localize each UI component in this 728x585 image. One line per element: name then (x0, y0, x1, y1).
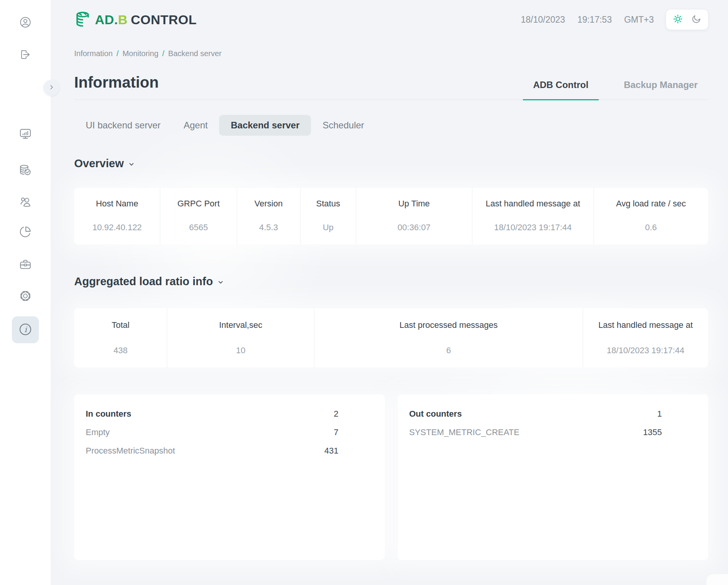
column-header: Host Name (96, 199, 138, 209)
overview-col-status: Status Up (301, 188, 356, 244)
sidebar-item-projects[interactable] (17, 256, 34, 273)
card-title: In counters (86, 405, 131, 423)
topbar: AD.BCONTROL 18/10/2023 19:17:53 GMT+3 (74, 0, 708, 30)
profile-button[interactable] (17, 14, 34, 31)
counter-value: 431 (324, 442, 339, 460)
aggregated-col-interval: Interval,sec 10 (167, 308, 314, 367)
overview-col-host-name: Host Name 10.92.40.122 (74, 188, 160, 244)
cell-value: 10.92.40.122 (92, 223, 141, 233)
column-header: Interval,sec (219, 320, 263, 330)
aggregated-col-last-handled: Last handled message at 18/10/2023 19:17… (583, 308, 708, 367)
users-icon (19, 195, 32, 208)
monitor-chart-icon (19, 127, 32, 140)
counter-value: 1355 (643, 423, 662, 442)
title-row: Information ADB Control Backup Manager (74, 73, 708, 100)
sidebar-item-monitoring[interactable] (17, 125, 34, 142)
app-logo-text: AD.BCONTROL (95, 12, 197, 27)
sidebar-item-users[interactable] (17, 193, 34, 210)
overview-col-last-handled: Last handled message at 18/10/2023 19:17… (472, 188, 594, 244)
breadcrumb-item-backend-server[interactable]: Backend server (168, 49, 222, 58)
overview-col-avg-load: Avg load rate / sec 0.6 (594, 188, 708, 244)
svg-text:i: i (24, 325, 27, 334)
current-time: 19:17:53 (577, 15, 612, 25)
current-date: 18/10/2023 (521, 15, 565, 25)
cell-value: 10 (236, 346, 245, 356)
column-header: Status (316, 199, 340, 209)
theme-switcher (666, 10, 708, 30)
overview-col-version: Version 4.5.3 (237, 188, 301, 244)
column-header: Version (254, 199, 283, 209)
breadcrumb-separator: / (116, 49, 119, 58)
counter-cards: In counters 2 Empty 7 ProcessMetricSnaps… (74, 394, 708, 560)
card-title: Out counters (409, 405, 462, 423)
in-counters-card: In counters 2 Empty 7 ProcessMetricSnaps… (74, 394, 385, 560)
sidebar-item-information[interactable]: i (12, 316, 39, 343)
aggregated-table: Total 438 Interval,sec 10 Last processed… (74, 308, 708, 367)
app-logo[interactable]: AD.BCONTROL (74, 11, 197, 28)
cell-value: 0.6 (645, 223, 657, 233)
cell-value: 438 (113, 346, 128, 356)
subtab-agent[interactable]: Agent (172, 115, 219, 136)
cell-value: 4.5.3 (259, 223, 278, 233)
chevron-right-icon (48, 84, 55, 92)
page-title: Information (74, 73, 159, 91)
cell-value: 18/10/2023 19:17:44 (607, 346, 685, 356)
sub-tabs: UI backend server Agent Backend server S… (74, 115, 708, 136)
user-icon (19, 16, 32, 28)
breadcrumb-item-monitoring[interactable]: Monitoring (123, 49, 158, 58)
breadcrumb-item-information[interactable]: Information (74, 49, 113, 58)
breadcrumb: Information / Monitoring / Backend serve… (74, 49, 708, 58)
chevron-down-icon[interactable] (127, 160, 136, 168)
counter-row: Empty 7 (86, 423, 339, 442)
sidebar-item-backup[interactable] (17, 162, 34, 179)
moon-icon (691, 14, 701, 25)
clock-area: 18/10/2023 19:17:53 GMT+3 (521, 10, 708, 30)
subtab-ui-backend-server[interactable]: UI backend server (74, 115, 172, 136)
subtab-scheduler[interactable]: Scheduler (311, 115, 376, 136)
card-total: 1 (657, 405, 662, 423)
cell-value: 6565 (189, 223, 208, 233)
card-total: 2 (334, 405, 338, 423)
column-header: Last processed messages (399, 320, 498, 330)
overview-section-heading: Overview (74, 157, 708, 170)
overview-col-up-time: Up Time 00:36:07 (356, 188, 472, 244)
logout-button[interactable] (17, 46, 34, 63)
counter-label: ProcessMetricSnapshot (86, 442, 175, 460)
database-backup-icon (19, 164, 32, 177)
cell-value: 00:36:07 (397, 223, 430, 233)
column-header: Last handled message at (485, 199, 580, 209)
sidebar-item-settings[interactable] (17, 288, 34, 304)
sidebar-item-statistics[interactable] (17, 223, 34, 240)
subtab-backend-server[interactable]: Backend server (219, 115, 311, 136)
briefcase-icon (19, 258, 32, 271)
aggregated-section-heading: Aggregated load ratio info (74, 275, 708, 288)
database-logo-icon (74, 11, 92, 28)
main-content: AD.BCONTROL 18/10/2023 19:17:53 GMT+3 (51, 0, 728, 585)
counter-row: ProcessMetricSnapshot 431 (86, 442, 339, 460)
aggregated-col-last-processed: Last processed messages 6 (314, 308, 583, 367)
timezone: GMT+3 (624, 15, 654, 25)
out-counters-header: Out counters 1 (409, 405, 662, 423)
top-tabs: ADB Control Backup Manager (523, 80, 708, 100)
light-theme-button[interactable] (673, 14, 683, 25)
overview-col-grpc-port: GRPC Port 6565 (160, 188, 237, 244)
chevron-down-icon[interactable] (216, 278, 225, 286)
column-header: Up Time (398, 199, 430, 209)
column-header: GRPC Port (177, 199, 219, 209)
info-icon: i (18, 322, 32, 337)
tab-adb-control[interactable]: ADB Control (523, 80, 599, 100)
tab-backup-manager[interactable]: Backup Manager (613, 80, 708, 100)
logout-icon (19, 48, 32, 61)
overview-heading-label: Overview (74, 157, 124, 170)
sidebar-expand-button[interactable] (43, 80, 59, 96)
in-counters-header: In counters 2 (86, 405, 339, 423)
column-header: Avg load rate / sec (616, 199, 686, 209)
next-card-edge (706, 574, 728, 585)
counter-row: SYSTEM_METRIC_CREATE 1355 (409, 423, 662, 442)
cell-value: 18/10/2023 19:17:44 (494, 223, 572, 233)
dark-theme-button[interactable] (691, 14, 701, 25)
overview-table: Host Name 10.92.40.122 GRPC Port 6565 Ve… (74, 188, 708, 244)
column-header: Total (111, 320, 129, 330)
gear-icon (19, 289, 32, 302)
counter-label: Empty (86, 423, 110, 442)
